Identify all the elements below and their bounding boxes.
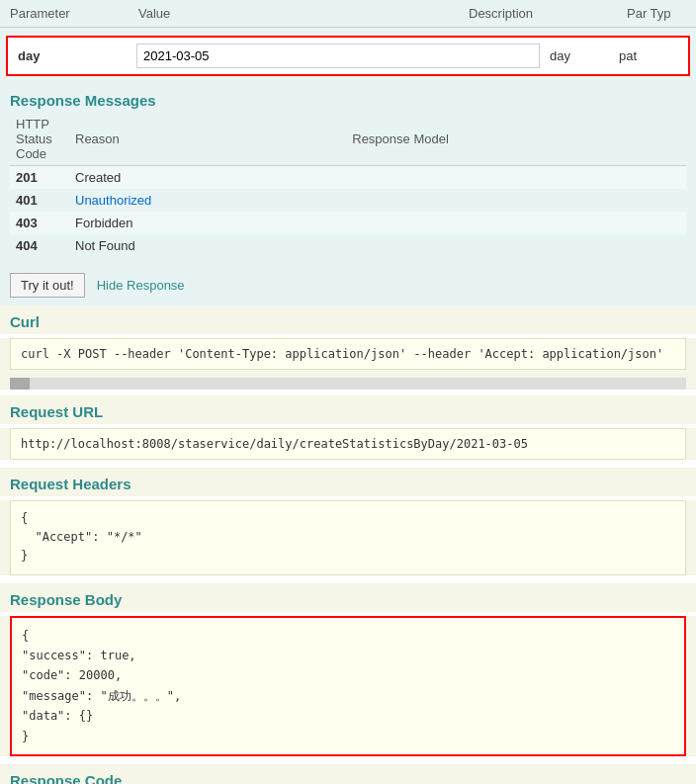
- col-status-code: HTTP Status Code: [10, 113, 69, 166]
- request-url-section: http://localhost:8008/staservice/daily/c…: [0, 428, 696, 460]
- curl-section: curl -X POST --header 'Content-Type: app…: [0, 338, 696, 390]
- col-header-partype: Par Typ: [627, 6, 686, 21]
- body-line-6: }: [22, 727, 674, 746]
- param-name-day: day: [18, 48, 136, 63]
- status-code-cell: 201: [10, 166, 69, 190]
- status-code-cell: 404: [10, 234, 69, 257]
- param-desc-day: day: [540, 48, 619, 63]
- body-line-3: "code": 20000,: [22, 665, 674, 685]
- request-headers-section: { "Accept": "*/*" }: [0, 500, 696, 575]
- body-line-4: "message": "成功。。。",: [22, 686, 674, 706]
- status-code-cell: 403: [10, 212, 69, 234]
- model-cell: [346, 234, 686, 257]
- params-header: Parameter Value Description Par Typ: [0, 0, 696, 28]
- try-it-out-button[interactable]: Try it out!: [10, 273, 85, 298]
- model-cell: [346, 166, 686, 190]
- response-messages-section: HTTP Status Code Reason Response Model 2…: [0, 113, 696, 265]
- curl-scrollbar-thumb[interactable]: [10, 378, 30, 390]
- curl-scrollbar[interactable]: [10, 378, 686, 390]
- request-headers-title: Request Headers: [0, 468, 696, 496]
- param-input-day[interactable]: [136, 44, 540, 68]
- request-url-title: Request URL: [0, 395, 696, 424]
- reason-cell: Forbidden: [69, 212, 346, 234]
- curl-title: Curl: [0, 305, 696, 334]
- response-body-content: { "success": true, "code": 20000, "messa…: [10, 616, 686, 756]
- hide-response-link[interactable]: Hide Response: [97, 278, 185, 293]
- request-headers-content: { "Accept": "*/*" }: [10, 500, 686, 575]
- table-row: 404 Not Found: [10, 234, 686, 257]
- headers-close-brace: }: [21, 549, 28, 563]
- status-code-cell: 401: [10, 189, 69, 212]
- col-header-value: Value: [138, 6, 469, 21]
- model-cell: [346, 212, 686, 234]
- param-row-day: day day pat: [6, 36, 690, 76]
- headers-accept-line: "Accept": "*/*": [21, 530, 142, 544]
- col-header-parameter: Parameter: [10, 6, 138, 21]
- page-container: Parameter Value Description Par Typ day …: [0, 0, 696, 784]
- table-row: 403 Forbidden: [10, 212, 686, 234]
- model-cell: [346, 189, 686, 212]
- table-row: 401 Unauthorized: [10, 189, 686, 212]
- request-url-value: http://localhost:8008/staservice/daily/c…: [10, 428, 686, 460]
- action-row: Try it out! Hide Response: [0, 265, 696, 305]
- headers-open-brace: {: [21, 511, 28, 525]
- table-row: 201 Created: [10, 166, 686, 190]
- response-table: HTTP Status Code Reason Response Model 2…: [10, 113, 686, 257]
- response-messages-title: Response Messages: [0, 84, 696, 113]
- reason-cell: Created: [69, 166, 346, 190]
- reason-cell: Unauthorized: [69, 189, 346, 212]
- col-response-model: Response Model: [346, 113, 686, 166]
- response-body-title: Response Body: [0, 583, 696, 612]
- curl-command: curl -X POST --header 'Content-Type: app…: [10, 338, 686, 370]
- col-header-description: Description: [469, 6, 627, 21]
- col-reason: Reason: [69, 113, 346, 166]
- body-line-5: "data": {}: [22, 706, 674, 726]
- param-type-day: pat: [619, 48, 678, 63]
- param-value-day: [136, 44, 540, 68]
- body-line-1: {: [22, 626, 674, 646]
- response-body-section: { "success": true, "code": 20000, "messa…: [0, 616, 696, 756]
- reason-cell: Not Found: [69, 234, 346, 257]
- response-code-title: Response Code: [0, 764, 696, 784]
- body-line-2: "success": true,: [22, 646, 674, 665]
